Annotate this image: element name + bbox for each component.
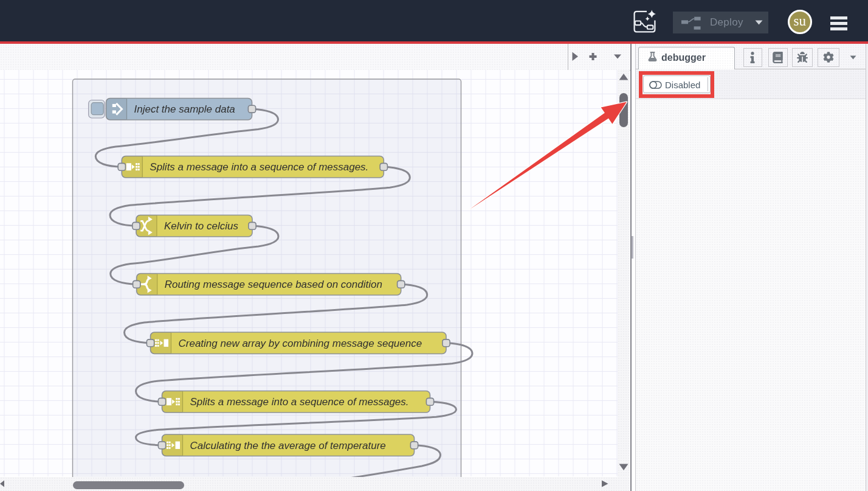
svg-text:Calculating the the average of: Calculating the the average of temperatu… [190,439,386,451]
svg-text:Kelvin to celcius: Kelvin to celcius [164,220,238,232]
svg-text:Creating new array by combinin: Creating new array by combining message … [179,337,422,349]
svg-text:Splits a message into a sequen: Splits a message into a sequence of mess… [150,161,368,173]
svg-text:Routing message sequence based: Routing message sequence based on condit… [165,279,382,290]
svg-text:Inject the sample data: Inject the sample data [134,103,235,115]
svg-text:Splits a message into a sequen: Splits a message into a sequence of mess… [190,396,409,408]
